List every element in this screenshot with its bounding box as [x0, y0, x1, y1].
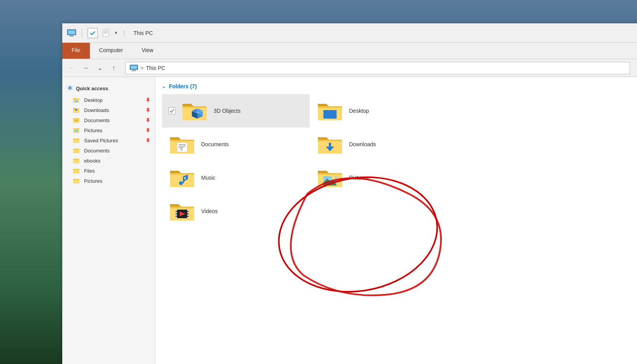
- pin-icon-pictures: 📌: [144, 126, 151, 134]
- svg-text:A: A: [180, 148, 183, 151]
- svg-rect-2: [70, 35, 73, 36]
- folder-downloads[interactable]: Downloads: [310, 128, 458, 161]
- svg-rect-73: [187, 210, 189, 211]
- folder-desktop[interactable]: Desktop: [310, 94, 458, 128]
- folders-header-label: Folders (7): [169, 83, 197, 89]
- folder-label-documents: Documents: [201, 141, 229, 147]
- folder-3d-objects[interactable]: 3D Objects: [162, 94, 310, 128]
- svg-rect-58: [170, 175, 194, 187]
- folder-label-desktop: Desktop: [349, 108, 369, 114]
- sidebar-item-documents2[interactable]: Documents: [62, 145, 155, 156]
- title-bar: ▼ | This PC: [62, 23, 637, 43]
- svg-rect-4: [103, 30, 109, 37]
- sidebar-item-pictures[interactable]: Pictures 📌: [62, 125, 155, 135]
- folder-checkbox[interactable]: [168, 107, 175, 114]
- svg-rect-75: [187, 214, 189, 216]
- svg-rect-1: [68, 30, 75, 34]
- folder-icon-3d: [181, 99, 208, 122]
- svg-rect-24: [74, 130, 78, 132]
- breadcrumb-separator: >: [140, 65, 144, 71]
- pin-icon-downloads: 📌: [144, 106, 151, 114]
- dropdown-history-button[interactable]: ⌄: [94, 63, 105, 74]
- pin-icon-documents: 📌: [144, 116, 151, 124]
- svg-rect-32: [73, 170, 79, 173]
- svg-rect-10: [133, 70, 135, 70]
- svg-rect-74: [187, 212, 189, 214]
- folder-label-videos: Videos: [201, 208, 218, 214]
- svg-rect-72: [175, 217, 177, 218]
- up-button[interactable]: ↑: [108, 63, 119, 74]
- check-button[interactable]: [88, 28, 98, 38]
- folder-icon-videos: [168, 200, 196, 223]
- computer-icon: [130, 65, 138, 72]
- folder-documents[interactable]: A Documents: [162, 128, 310, 161]
- folder-label-pictures: Pictures: [349, 175, 369, 181]
- folder-icon-pictures: [316, 166, 344, 189]
- svg-rect-60: [183, 177, 184, 183]
- folder-label-downloads: Downloads: [349, 141, 376, 147]
- divider: [82, 28, 82, 38]
- svg-rect-11: [132, 70, 136, 71]
- breadcrumb-location: This PC: [146, 65, 165, 71]
- folder-icon-music: [168, 166, 196, 189]
- file-explorer-window: ▼ | This PC File Computer View ← → ⌄ ↑ >…: [62, 23, 637, 364]
- address-field[interactable]: > This PC: [125, 62, 630, 74]
- svg-rect-34: [73, 180, 79, 184]
- folder-pictures[interactable]: Pictures: [310, 161, 458, 194]
- back-button[interactable]: ←: [66, 63, 77, 74]
- ribbon: File Computer View: [62, 43, 637, 59]
- sidebar-item-files[interactable]: Files: [62, 166, 155, 176]
- dropdown-arrow-icon[interactable]: ▼: [114, 31, 118, 35]
- main-content: ✶ Quick access Desktop 📌: [62, 77, 637, 364]
- sidebar-item-downloads[interactable]: Downloads 📌: [62, 105, 155, 115]
- svg-rect-69: [175, 210, 177, 211]
- folder-label-3d-objects: 3D Objects: [214, 108, 240, 114]
- folders-section-header[interactable]: ⌄ Folders (7): [162, 83, 631, 89]
- tab-computer[interactable]: Computer: [90, 43, 132, 59]
- sidebar-item-saved-pictures[interactable]: Saved Pictures 📌: [62, 135, 155, 145]
- section-chevron-icon: ⌄: [162, 84, 166, 89]
- folder-icon-downloads: [316, 133, 344, 156]
- pin-icon-saved-pictures: 📌: [144, 136, 151, 144]
- folders-grid: 3D Objects Desktop: [162, 94, 631, 228]
- file-area: ⌄ Folders (7): [156, 77, 637, 364]
- folder-music[interactable]: Music: [162, 161, 310, 194]
- svg-rect-71: [175, 214, 177, 216]
- svg-rect-28: [73, 150, 79, 153]
- folder-icon-documents: A: [168, 133, 196, 156]
- forward-button[interactable]: →: [80, 63, 91, 74]
- sidebar: ✶ Quick access Desktop 📌: [62, 77, 156, 364]
- svg-rect-20: [74, 120, 78, 121]
- svg-rect-21: [74, 121, 77, 122]
- svg-rect-76: [187, 217, 189, 218]
- folder-label-music: Music: [201, 175, 216, 181]
- svg-rect-14: [75, 100, 78, 103]
- quick-access-header: ✶ Quick access: [62, 82, 155, 95]
- pin-icon: 📌: [144, 96, 151, 103]
- svg-rect-9: [131, 66, 137, 69]
- sidebar-item-documents[interactable]: Documents 📌: [62, 115, 155, 125]
- svg-rect-30: [73, 160, 79, 163]
- svg-point-65: [332, 176, 335, 180]
- address-bar: ← → ⌄ ↑ > This PC: [62, 59, 637, 77]
- sidebar-item-pictures2[interactable]: Pictures: [62, 176, 155, 186]
- sidebar-item-ebooks[interactable]: ebooks: [62, 156, 155, 166]
- document-icon: [102, 29, 110, 37]
- folder-videos[interactable]: Videos: [162, 194, 310, 228]
- svg-rect-3: [69, 36, 74, 37]
- star-icon: ✶: [67, 84, 73, 93]
- folder-icon-desktop: [316, 99, 344, 122]
- tab-view[interactable]: View: [132, 43, 163, 59]
- monitor-icon: [67, 29, 76, 37]
- svg-point-59: [179, 181, 183, 185]
- sidebar-item-desktop[interactable]: Desktop 📌: [62, 95, 155, 105]
- window-title: This PC: [133, 30, 153, 36]
- svg-rect-45: [323, 110, 337, 119]
- tab-file[interactable]: File: [62, 43, 90, 59]
- svg-rect-26: [73, 140, 79, 143]
- svg-rect-70: [175, 212, 177, 214]
